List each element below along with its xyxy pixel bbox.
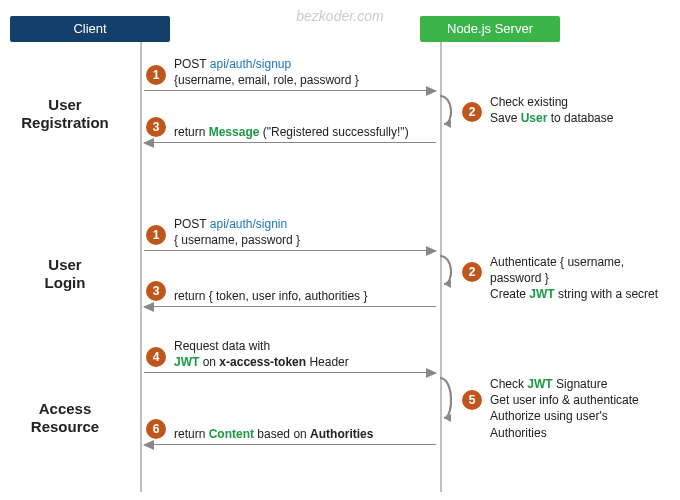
self-loop-icon bbox=[440, 376, 460, 412]
msg-signin-request: POST api/auth/signin { username, passwor… bbox=[144, 216, 436, 251]
participant-server: Node.js Server bbox=[420, 16, 560, 42]
arrow-right-icon bbox=[144, 372, 436, 373]
text-fragment: based on bbox=[254, 427, 310, 441]
emphasis: User bbox=[521, 111, 548, 125]
msg-text: POST api/auth/signin { username, passwor… bbox=[144, 216, 436, 248]
emphasis: JWT bbox=[529, 287, 554, 301]
server-step-authenticate: 2 Authenticate { username, password } Cr… bbox=[444, 254, 664, 303]
watermark-text: bezkoder.com bbox=[296, 8, 383, 24]
section-user-login: User Login bbox=[10, 256, 120, 292]
text-fragment: return bbox=[174, 427, 209, 441]
text-fragment: Authenticate { username, password } bbox=[490, 255, 624, 285]
text-fragment: Authorize using user's Authorities bbox=[490, 409, 608, 439]
text-fragment: string with a secret bbox=[555, 287, 658, 301]
section-user-registration: User Registration bbox=[10, 96, 120, 132]
arrow-left-icon bbox=[144, 306, 436, 307]
text-fragment: Get user info & authenticate bbox=[490, 393, 639, 407]
section-label-line: Access bbox=[39, 400, 92, 417]
section-access-resource: Access Resource bbox=[10, 400, 120, 436]
text-fragment: ("Registered successfully!") bbox=[259, 125, 408, 139]
section-label-line: Registration bbox=[21, 114, 109, 131]
msg-resource-response: return Content based on Authorities 6 bbox=[144, 426, 436, 445]
text-fragment: Save bbox=[490, 111, 521, 125]
msg-text: POST api/auth/signup {username, email, r… bbox=[144, 56, 436, 88]
text-fragment: POST bbox=[174, 217, 210, 231]
msg-text: return Content based on Authorities bbox=[144, 426, 436, 442]
text-fragment: {username, email, role, password } bbox=[174, 73, 359, 87]
emphasis: Content bbox=[209, 427, 254, 441]
self-loop-icon bbox=[440, 254, 460, 290]
lifeline-client bbox=[140, 42, 142, 492]
api-path: api/auth/signup bbox=[210, 57, 291, 71]
emphasis: JWT bbox=[527, 377, 552, 391]
self-loop-icon bbox=[440, 94, 460, 130]
text-fragment: Request data with bbox=[174, 339, 270, 353]
msg-resource-request: Request data with JWT on x-access-token … bbox=[144, 338, 436, 373]
msg-text: return Message ("Registered successfully… bbox=[144, 124, 436, 140]
server-step-authorize: 5 Check JWT Signature Get user info & au… bbox=[444, 376, 664, 441]
step-badge: 5 bbox=[462, 390, 482, 410]
participant-client: Client bbox=[10, 16, 170, 42]
bold-text: Authorities bbox=[310, 427, 373, 441]
text-fragment: POST bbox=[174, 57, 210, 71]
api-path: api/auth/signin bbox=[210, 217, 287, 231]
msg-text: Request data with JWT on x-access-token … bbox=[144, 338, 436, 370]
arrow-right-icon bbox=[144, 250, 436, 251]
msg-text: return { token, user info, authorities } bbox=[144, 288, 436, 304]
text-fragment: to database bbox=[547, 111, 613, 125]
msg-signin-response: return { token, user info, authorities }… bbox=[144, 288, 436, 307]
bold-text: x-access-token bbox=[219, 355, 306, 369]
text-fragment: return bbox=[174, 125, 209, 139]
text-fragment: on bbox=[199, 355, 219, 369]
text-fragment: { username, password } bbox=[174, 233, 300, 247]
section-label-line: User bbox=[48, 256, 81, 273]
server-step-save-user: 2 Check existing Save User to database bbox=[444, 94, 664, 126]
section-label-line: User bbox=[48, 96, 81, 113]
arrow-left-icon bbox=[144, 142, 436, 143]
arrow-right-icon bbox=[144, 90, 436, 91]
text-fragment: Check bbox=[490, 377, 527, 391]
text-fragment: Check existing bbox=[490, 95, 568, 109]
text-fragment: Signature bbox=[553, 377, 608, 391]
msg-signup-response: return Message ("Registered successfully… bbox=[144, 124, 436, 143]
arrow-left-icon bbox=[144, 444, 436, 445]
msg-signup-request: POST api/auth/signup {username, email, r… bbox=[144, 56, 436, 91]
section-label-line: Login bbox=[45, 274, 86, 291]
emphasis: Message bbox=[209, 125, 260, 139]
text-fragment: return { token, user info, authorities } bbox=[174, 289, 367, 303]
text-fragment: Create bbox=[490, 287, 529, 301]
text-fragment: Header bbox=[306, 355, 349, 369]
step-badge: 2 bbox=[462, 102, 482, 122]
step-badge: 2 bbox=[462, 262, 482, 282]
emphasis: JWT bbox=[174, 355, 199, 369]
section-label-line: Resource bbox=[31, 418, 99, 435]
